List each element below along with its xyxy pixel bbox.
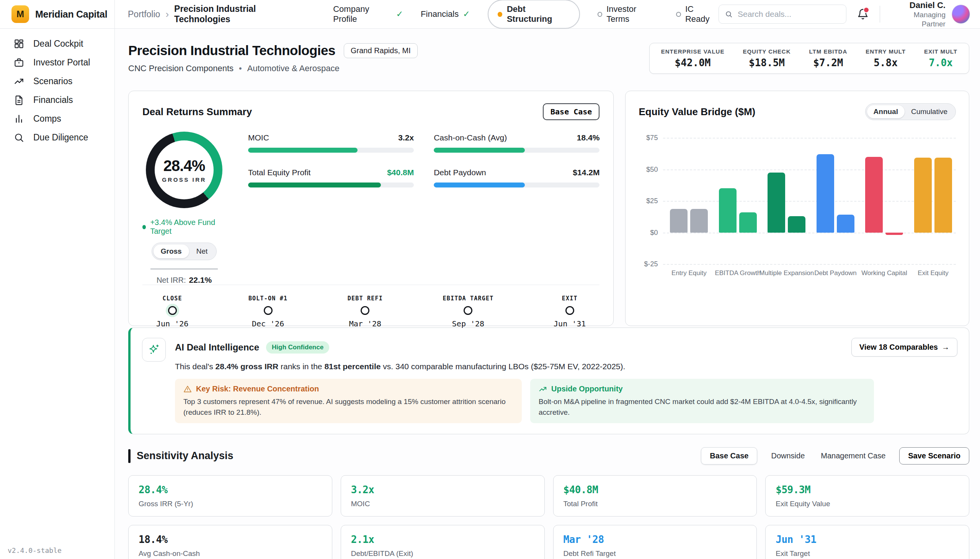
gross-irr-value: 28.4% xyxy=(164,157,205,174)
scenario-downside[interactable]: Downside xyxy=(769,448,807,464)
metric-card-value: Mar '28 xyxy=(563,534,747,545)
sensitivity-metric-grid: 28.4% Gross IRR (5-Yr) 3.2x MOIC $40.8M … xyxy=(128,475,969,559)
upside-body: Bolt-on M&A pipeline in fragmented CNC m… xyxy=(539,396,866,417)
metric-cash-on-cash: Cash-on-Cash (Avg) 18.4% xyxy=(434,133,599,153)
milestone-ebitda-target: EBITDA TARGET Sep '28 xyxy=(442,295,493,328)
metric-label: MOIC xyxy=(248,133,269,142)
summary-text: ranks in the xyxy=(278,362,324,371)
brand-logo[interactable]: M xyxy=(12,5,29,23)
nav-company-profile[interactable]: Company Profile ✓ xyxy=(333,4,403,24)
sidebar-item-label: Due Diligence xyxy=(33,132,88,143)
save-scenario-button[interactable]: Save Scenario xyxy=(899,447,969,465)
milestone-close: CLOSE Jun '26 xyxy=(156,295,188,328)
metric-card-label: Debt/EBITDA (Exit) xyxy=(351,549,535,558)
bridge-bar xyxy=(690,209,708,232)
x-category-label: Debt Paydown xyxy=(814,270,857,277)
sidebar-item-due-diligence[interactable]: Due Diligence xyxy=(0,128,114,147)
sidebar-item-investor-portal[interactable]: Investor Portal xyxy=(0,53,114,72)
risk-title: Key Risk: Revenue Concentration xyxy=(196,385,319,393)
chevron-right-icon: › xyxy=(166,9,169,19)
top-bar: M Meridian Capital Portfolio › Precision… xyxy=(0,0,980,29)
sidebar-item-deal-cockpit[interactable]: Deal Cockpit xyxy=(0,35,114,53)
breadcrumb-root[interactable]: Portfolio xyxy=(128,9,160,20)
summary-highlight-irr: 28.4% gross IRR xyxy=(215,362,279,371)
scenario-chip-button[interactable]: Base Case xyxy=(543,103,599,120)
scenario-controls: Base Case Downside Management Case Save … xyxy=(701,447,969,465)
toggle-gross[interactable]: Gross xyxy=(154,245,189,258)
scenario-base-case[interactable]: Base Case xyxy=(701,447,757,465)
stat-entry-mult: ENTRY MULT 5.8x xyxy=(866,48,906,68)
x-category-label: Exit Equity xyxy=(918,270,948,277)
check-icon: ✓ xyxy=(396,9,403,19)
view-comparables-button[interactable]: View 18 Comparables → xyxy=(851,338,957,357)
sector-label: Automotive & Aerospace xyxy=(247,63,339,73)
notifications-button[interactable] xyxy=(856,7,870,21)
toggle-cumulative[interactable]: Cumulative xyxy=(905,105,954,118)
page-title: Precision Industrial Technologies xyxy=(128,43,335,58)
equity-value-bridge-card: Equity Value Bridge ($M) Annual Cumulati… xyxy=(625,91,969,326)
milestone-label: BOLT-ON #1 xyxy=(248,295,288,302)
returns-card-title: Deal Returns Summary xyxy=(142,106,252,118)
sparkle-icon xyxy=(147,343,161,356)
nav-financials-label: Financials xyxy=(421,9,459,19)
toggle-net[interactable]: Net xyxy=(189,245,215,258)
net-irr-row: Net IRR:22.1% xyxy=(157,276,212,284)
search-input[interactable] xyxy=(737,9,840,19)
key-risk-box: Key Risk: Revenue Concentration Top 3 cu… xyxy=(175,379,522,423)
bar-chart-icon xyxy=(14,114,24,124)
milestone-date: Jun '31 xyxy=(553,319,586,328)
stat-label: ENTRY MULT xyxy=(866,48,906,55)
nav-debt-structuring[interactable]: Debt Structuring xyxy=(488,0,580,29)
page-header: Precision Industrial Technologies Grand … xyxy=(128,43,969,74)
scenario-management-case[interactable]: Management Case xyxy=(818,448,888,464)
milestone-date: Sep '28 xyxy=(452,319,484,328)
nav-investor-terms[interactable]: Investor Terms xyxy=(598,4,659,24)
upside-title: Upside Opportunity xyxy=(551,385,623,393)
toggle-annual[interactable]: Annual xyxy=(867,105,905,118)
deal-stats-bar: ENTERPRISE VALUE $42.0M EQUITY CHECK $18… xyxy=(649,43,969,74)
search-box[interactable] xyxy=(718,5,846,24)
sidebar-item-label: Deal Cockpit xyxy=(33,39,83,49)
metric-card-label: Total Profit xyxy=(563,500,747,508)
metric-label: Total Equity Profit xyxy=(248,168,310,177)
progress-track xyxy=(248,182,414,187)
stat-label: LTM EBITDA xyxy=(809,48,848,55)
stat-ltm-ebitda: LTM EBITDA $7.2M xyxy=(809,48,848,68)
metric-card-label: Exit Equity Value xyxy=(776,500,959,508)
metric-moic: MOIC 3.2x xyxy=(248,133,414,153)
nav-financials[interactable]: Financials ✓ xyxy=(421,9,470,19)
ai-summary: This deal's 28.4% gross IRR ranks in the… xyxy=(175,362,957,371)
search-icon xyxy=(725,10,732,18)
warning-triangle-icon xyxy=(184,385,192,393)
milestone-label: EBITDA TARGET xyxy=(442,295,493,302)
brand: M Meridian Capital xyxy=(0,0,115,28)
user-menu[interactable]: Daniel C. Managing Partner xyxy=(890,0,970,29)
metric-card-label: Gross IRR (5-Yr) xyxy=(139,500,322,508)
section-accent-bar xyxy=(128,449,131,463)
bridge-category-group: Working Capital xyxy=(865,138,903,264)
nav-ic-ready[interactable]: IC Ready xyxy=(676,4,718,24)
milestone-label: CLOSE xyxy=(163,295,182,302)
page-subtitle: CNC Precision Components • Automotive & … xyxy=(128,63,418,73)
metric-value: $14.2M xyxy=(573,168,599,177)
bridge-bar xyxy=(739,212,757,233)
y-tick-label: $75 xyxy=(646,134,658,142)
sensitivity-header: Sensitivity Analysis Base Case Downside … xyxy=(128,447,969,465)
sidebar-item-comps[interactable]: Comps xyxy=(0,109,114,128)
metric-value: 3.2x xyxy=(398,133,414,142)
x-category-label: Multiple Expansion xyxy=(760,270,814,277)
milestone-date: Dec '26 xyxy=(252,319,284,328)
net-irr-value: 22.1% xyxy=(189,276,212,284)
metric-total-equity-profit: Total Equity Profit $40.8M xyxy=(248,168,414,187)
sidebar-item-scenarios[interactable]: Scenarios xyxy=(0,72,114,91)
deal-timeline: CLOSE Jun '26 BOLT-ON #1 Dec '26 DEBT RE… xyxy=(142,285,599,330)
avatar[interactable] xyxy=(952,5,970,24)
app-version: v2.4.0-stable xyxy=(8,546,61,554)
sidebar-item-label: Comps xyxy=(33,114,61,124)
bridge-category-group: EBITDA Growth xyxy=(719,138,757,264)
sidebar-item-financials[interactable]: Financials xyxy=(0,91,114,109)
stat-label: ENTERPRISE VALUE xyxy=(661,48,725,55)
metric-card-value: 28.4% xyxy=(139,484,322,496)
magnifier-icon xyxy=(14,132,24,143)
y-tick-label: $25 xyxy=(646,197,658,205)
